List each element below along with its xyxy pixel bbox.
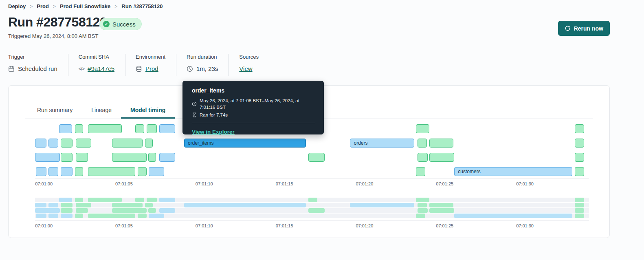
gantt-row: [35, 153, 589, 162]
gantt-bar: [159, 198, 175, 202]
gantt-bar: [48, 203, 58, 207]
run-meta-row: Trigger Scheduled run Commit SHA </> #9a…: [8, 54, 279, 76]
axis-tick-label: 07:01:30: [516, 181, 534, 186]
gantt-bar: [48, 214, 58, 218]
gantt-bar[interactable]: [416, 167, 426, 176]
gantt-bar[interactable]: [416, 124, 429, 133]
gantt-bar[interactable]: [138, 167, 147, 176]
bar-label: order_items: [185, 139, 213, 147]
environment-link[interactable]: Prod: [145, 65, 158, 72]
gantt-bar[interactable]: [575, 124, 585, 133]
clock-icon: [192, 101, 197, 106]
meta-environment: Environment Prod: [136, 54, 176, 76]
clock-icon: [187, 66, 193, 72]
gantt-bar[interactable]: [148, 153, 156, 162]
breadcrumb-deploy[interactable]: Deploy: [8, 3, 26, 9]
tooltip-model-name: order_items: [192, 87, 315, 94]
meta-run-duration: Run duration 1m, 23s: [187, 54, 229, 76]
gantt-bar[interactable]: [575, 139, 585, 148]
gantt-bar: [429, 208, 454, 213]
gantt-bar: [429, 203, 453, 207]
gantt-bar[interactable]: [418, 153, 428, 162]
minimap-row: [35, 214, 589, 218]
gantt-row: order_itemsorders: [35, 139, 589, 148]
gantt-bar[interactable]: [88, 167, 135, 176]
gantt-bar[interactable]: [76, 153, 88, 162]
gantt-bar[interactable]: [36, 167, 46, 176]
gantt-bar[interactable]: [75, 124, 83, 133]
axis-tick-label: 07:01:20: [356, 223, 373, 228]
code-icon: </>: [79, 66, 84, 72]
gantt-bar[interactable]: [429, 139, 453, 148]
gantt-bar[interactable]: [35, 153, 60, 162]
gantt-bar[interactable]: [88, 124, 122, 133]
gantt-bar[interactable]: [59, 124, 72, 133]
breadcrumb-separator: >: [53, 4, 56, 9]
breadcrumb-separator: >: [30, 4, 33, 9]
sources-view-link[interactable]: View: [239, 65, 252, 72]
duration-value: 1m, 23s: [196, 65, 218, 72]
breadcrumb-job[interactable]: Prod Full Snowflake: [60, 3, 110, 9]
minimap-time-axis: 07:01:0007:01:0507:01:1007:01:1507:01:20…: [35, 220, 589, 230]
calendar-icon: [8, 66, 15, 72]
gantt-bar[interactable]: [48, 167, 58, 176]
gantt-bar: [147, 198, 157, 202]
tooltip-divider: [192, 123, 315, 123]
meta-label: Environment: [136, 54, 165, 60]
axis-tick-label: 07:01:25: [436, 223, 453, 228]
success-check-icon: ✓: [103, 21, 110, 27]
gantt-bar[interactable]: [159, 124, 175, 133]
timeline-minimap[interactable]: [35, 198, 589, 219]
gantt-bar-orders[interactable]: orders: [350, 139, 414, 148]
commit-sha-link[interactable]: #9a147c5: [88, 65, 114, 72]
status-badge: ✓ Success: [99, 18, 142, 30]
gantt-bar[interactable]: [76, 139, 91, 148]
gantt-bar[interactable]: [112, 153, 147, 162]
database-icon: [136, 66, 142, 72]
gantt-bar[interactable]: [135, 124, 144, 133]
axis-tick-label: 07:01:10: [196, 223, 213, 228]
axis-tick-label: 07:01:15: [276, 223, 293, 228]
gantt-bar[interactable]: [147, 124, 157, 133]
rerun-now-button[interactable]: Rerun now: [558, 21, 610, 36]
gantt-time-axis: 07:01:0007:01:0507:01:1007:01:1507:01:20…: [35, 178, 589, 188]
meta-label: Trigger: [8, 54, 57, 60]
minimap-row: [35, 208, 589, 213]
gantt-bar[interactable]: [48, 139, 58, 148]
gantt-bar: [575, 214, 585, 218]
gantt-bar[interactable]: [35, 139, 46, 148]
breadcrumb-separator: >: [114, 4, 117, 9]
gantt-bar[interactable]: [149, 167, 164, 176]
tab-model-timing[interactable]: Model timing: [121, 102, 175, 119]
gantt-bar-order_items[interactable]: order_items: [184, 139, 306, 148]
gantt-bar[interactable]: [575, 167, 585, 176]
tab-lineage[interactable]: Lineage: [82, 102, 121, 119]
gantt-bar-customers[interactable]: customers: [454, 167, 572, 176]
gantt-bar: [145, 203, 153, 207]
meta-label: Run duration: [187, 54, 218, 60]
gantt-bar[interactable]: [61, 139, 73, 148]
gantt-bar[interactable]: [308, 153, 324, 162]
tooltip-time-range: May 26, 2024, at 7:01:08 BST–May 26, 202…: [200, 97, 315, 110]
rerun-label: Rerun now: [574, 25, 603, 32]
axis-tick-label: 07:01:30: [516, 223, 534, 228]
gantt-bar[interactable]: [75, 167, 83, 176]
gantt-bar[interactable]: [418, 139, 427, 148]
gantt-bar[interactable]: [61, 153, 73, 162]
gantt-bar[interactable]: [61, 167, 73, 176]
gantt-bar: [418, 208, 428, 213]
gantt-bar[interactable]: [145, 139, 153, 148]
gantt-bar: [416, 198, 429, 202]
gantt-bar: [76, 203, 91, 207]
meta-trigger: Trigger Scheduled run: [8, 54, 68, 76]
tab-run-summary[interactable]: Run summary: [28, 102, 82, 119]
gantt-bar: [112, 208, 147, 213]
axis-tick-label: 07:01:00: [35, 181, 53, 186]
breadcrumb-prod[interactable]: Prod: [37, 3, 49, 9]
gantt-bar[interactable]: [429, 153, 454, 162]
view-in-explorer-link[interactable]: View in Explorer: [192, 129, 235, 135]
gantt-bar[interactable]: [112, 139, 143, 148]
gantt-bar[interactable]: [159, 153, 175, 162]
refresh-icon: [565, 25, 571, 31]
gantt-bar[interactable]: [575, 153, 585, 162]
